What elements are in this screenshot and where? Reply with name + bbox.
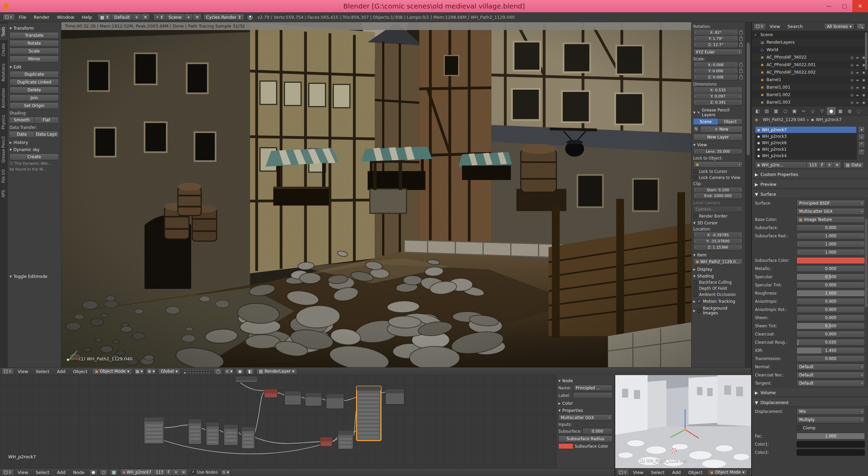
transform-orientation-select[interactable]: Global▾ <box>158 368 180 375</box>
menubar-menu[interactable]: File <box>15 15 30 20</box>
property-control[interactable]: 0.000 <box>796 282 865 288</box>
menubar-menu[interactable]: Help <box>78 15 96 20</box>
lock-button[interactable] <box>214 368 222 375</box>
rotation-mode-select[interactable]: XYZ Euler▾ <box>693 49 743 55</box>
layout-browse-icon[interactable]: ▦⇕ <box>97 14 112 20</box>
selectability-toggle[interactable]: ► <box>857 56 859 59</box>
gp-tab-object[interactable]: Object <box>718 118 743 125</box>
edit-button[interactable]: Duplicate <box>10 71 59 78</box>
slot-move-down-button[interactable]: ˅ <box>858 149 865 155</box>
visibility-eye-toggle[interactable]: ◎ <box>851 86 854 89</box>
properties-tab[interactable]: ▦ <box>772 107 780 115</box>
material-slot[interactable]: ●WH_p2rock7 <box>755 127 856 133</box>
panel-header-3d-cursor[interactable]: ▼3D Cursor <box>693 221 743 225</box>
tool-shelf-tab[interactable]: Create <box>0 40 7 60</box>
outliner-scrollbar[interactable] <box>865 32 867 70</box>
viewport-menu[interactable]: Select <box>32 369 53 374</box>
outliner-scope-select[interactable]: All Scenes▾ <box>824 23 854 30</box>
property-control[interactable]: 1.450 <box>796 347 865 354</box>
property-control[interactable]: Default <box>796 363 865 370</box>
property-control[interactable]: Default <box>796 372 865 378</box>
fake-user-button[interactable]: F <box>166 469 172 476</box>
outliner-row[interactable]: ▤ RenderLayers ◎►◉ <box>752 39 868 46</box>
shader-type-linestyle-button[interactable]: ▦ <box>110 469 118 476</box>
tool-shelf-tab[interactable]: XPS <box>0 187 7 201</box>
panel-header-grease-pencil[interactable]: ▼✎Grease Pencil Layers <box>693 108 743 117</box>
material-unlink-button[interactable]: ✕ <box>180 469 188 476</box>
edit-button[interactable]: Join <box>10 94 59 101</box>
visibility-eye-toggle[interactable]: ◎ <box>851 101 854 104</box>
outliner-row[interactable]: ▣ Barrel1.003 ◎►◉ <box>752 99 868 106</box>
secondary-viewport-menu[interactable]: View <box>629 470 647 475</box>
properties-tab[interactable]: ● <box>827 107 836 115</box>
viewport-3d[interactable]: Time:00:32.28 | Mem:1912.02M, Peak:2003.… <box>61 22 691 367</box>
search-button[interactable] <box>856 23 865 30</box>
secondary-viewport-menu[interactable]: Object <box>684 470 706 475</box>
shading-button[interactable]: Smooth <box>10 117 34 123</box>
property-control[interactable]: Clamp <box>796 425 865 431</box>
property-control[interactable] <box>796 449 865 456</box>
layout-name[interactable]: Default <box>112 14 133 20</box>
property-control[interactable]: 0.000 <box>796 224 865 231</box>
node-editor-type-button[interactable]: ⇕ <box>2 469 14 476</box>
transform-button[interactable]: Scale <box>10 48 59 55</box>
rotation-field[interactable]: Z: 12.7° <box>693 42 738 48</box>
lock-icon[interactable] <box>739 38 743 41</box>
properties-tab[interactable]: ◇ <box>808 107 817 115</box>
outliner-search-menu[interactable]: Search <box>784 24 807 29</box>
shading-checkbox[interactable] <box>693 286 697 291</box>
properties-tab[interactable]: ▤ <box>762 107 771 115</box>
transform-button[interactable]: Rotate <box>10 40 59 47</box>
close-button[interactable]: ✕ <box>852 0 868 12</box>
editor-type-button[interactable]: ⇕ <box>3 14 15 20</box>
lock-to-cursor-checkbox[interactable] <box>693 169 697 174</box>
render-border-checkbox[interactable] <box>693 214 697 218</box>
panel-header-color[interactable]: ▶Color <box>558 401 613 406</box>
dimension-field[interactable]: X: 0.535 <box>693 87 743 93</box>
data-source-button[interactable]: ▤Data <box>843 162 864 168</box>
panel-header-motion-tracking[interactable]: ▶Motion Tracking <box>693 299 743 304</box>
property-control[interactable] <box>796 257 865 264</box>
tool-shelf-tab[interactable]: Physics <box>0 111 7 133</box>
opengl-render-button[interactable]: ◉ <box>236 368 244 375</box>
viewport-shading-select[interactable]: ◍▾ <box>134 368 144 375</box>
scale-field[interactable]: Z: 0.006 <box>693 74 738 80</box>
panel-header-history[interactable]: ▶History <box>10 140 59 145</box>
property-control[interactable]: Default <box>796 380 865 387</box>
transform-button[interactable]: Mirror <box>10 56 59 62</box>
breadcrumb-material[interactable]: WH_p2rock7 <box>816 117 841 122</box>
material-unlink-button[interactable]: ✕ <box>833 162 841 168</box>
motion-tracking-checkbox[interactable] <box>697 299 701 303</box>
slot-add-button[interactable]: + <box>858 126 865 133</box>
property-control[interactable]: 0.000 <box>796 331 865 338</box>
gp-draw-icon-button[interactable]: ✎ <box>693 126 699 132</box>
selectability-toggle[interactable]: ► <box>857 93 859 97</box>
secondary-viewport-menu[interactable]: Select <box>647 470 668 475</box>
tool-shelf-tab[interactable]: Relations <box>0 60 7 85</box>
set-origin-button[interactable]: Set Origin <box>10 102 59 109</box>
cursor-coord-field[interactable]: Z: 1.15366 <box>693 244 743 251</box>
property-control[interactable]: 1.000 <box>796 233 865 239</box>
property-control[interactable]: 0.000 <box>796 314 865 321</box>
panel-header-preview[interactable]: ▶Preview <box>752 180 868 188</box>
data-transfer-button[interactable]: Data Layo <box>34 131 59 138</box>
layout-delete-button[interactable]: ✕ <box>141 14 150 20</box>
property-control[interactable]: 0.000 <box>796 355 865 362</box>
properties-tab[interactable]: ▽ <box>818 107 826 115</box>
material-slot[interactable]: ●WH_p2rock1 <box>755 146 856 152</box>
clip-end-field[interactable]: End: 1000.000 <box>693 193 743 199</box>
outliner-editor-type-button[interactable]: ⇕ <box>754 23 766 30</box>
material-add-button[interactable]: + <box>826 162 834 168</box>
shading-checkbox[interactable] <box>693 293 697 297</box>
lock-icon[interactable] <box>739 70 743 73</box>
property-control[interactable]: Principled BSDF <box>796 200 865 207</box>
panel-header-surface[interactable]: ▼Surface <box>752 190 868 198</box>
slot-remove-button[interactable]: − <box>858 134 865 140</box>
panel-header-view[interactable]: ▼View <box>693 143 743 147</box>
rotation-field[interactable]: Y: 1.79° <box>693 36 738 42</box>
material-users-button[interactable]: 113 <box>154 469 166 476</box>
gp-new-button[interactable]: + New <box>700 126 743 133</box>
transform-button[interactable]: Translate <box>10 32 59 39</box>
panel-header-toggle-editmode[interactable]: ▼Toggle Editmode <box>10 274 59 279</box>
render-toggle[interactable]: ◉ <box>862 93 865 97</box>
